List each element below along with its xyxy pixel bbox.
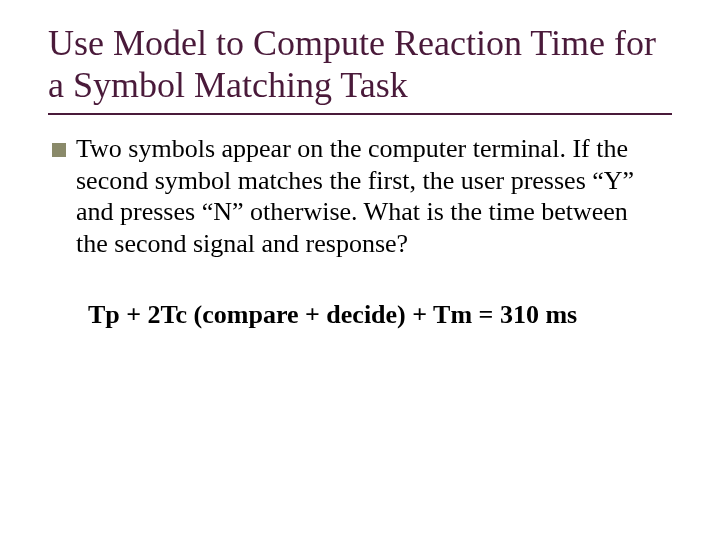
slide-title: Use Model to Compute Reaction Time for a…	[48, 22, 672, 107]
bullet-item: Two symbols appear on the computer termi…	[52, 133, 664, 260]
square-bullet-icon	[52, 143, 66, 157]
formula-text: Tp + 2Tc (compare + decide) + Tm = 310 m…	[88, 300, 672, 330]
slide: Use Model to Compute Reaction Time for a…	[0, 0, 720, 540]
title-underline	[48, 113, 672, 115]
bullet-text: Two symbols appear on the computer termi…	[76, 133, 664, 260]
